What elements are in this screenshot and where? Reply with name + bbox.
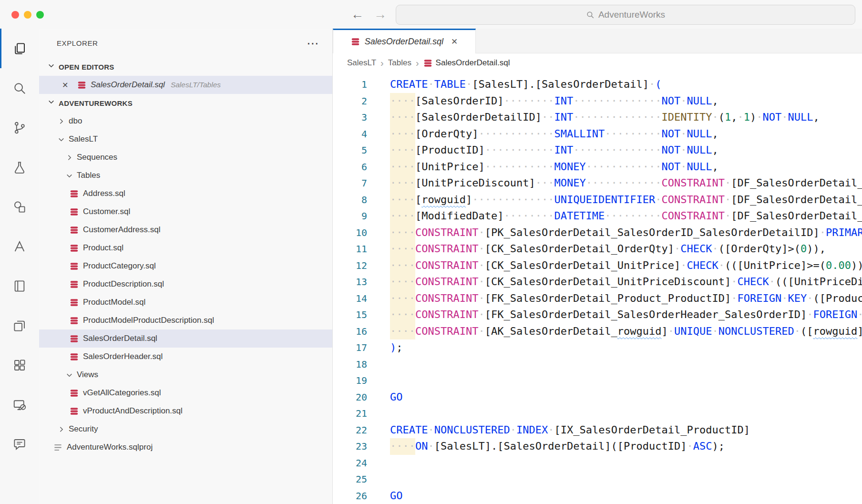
- tree-item-vproductanddescription-sql[interactable]: vProductAndDescription.sql: [39, 402, 332, 420]
- activity-item-search[interactable]: [0, 68, 39, 108]
- zoom-window-button[interactable]: [36, 11, 44, 19]
- open-editor-salesorderdetail-sql[interactable]: ✕SalesOrderDetail.sqlSalesLT/Tables: [39, 76, 332, 94]
- tree-item-productdescription-sql[interactable]: ProductDescription.sql: [39, 275, 332, 293]
- activity-item-remote[interactable]: [0, 385, 39, 424]
- activity-item-objects[interactable]: [0, 187, 39, 226]
- breadcrumb-folder[interactable]: Tables: [388, 58, 411, 68]
- tree-item-sequences[interactable]: Sequences: [39, 148, 332, 166]
- line-number: 21: [333, 405, 367, 422]
- database-icon: [70, 334, 79, 343]
- tree-item-product-sql[interactable]: Product.sql: [39, 239, 332, 257]
- tree-item-salesorderdetail-sql[interactable]: SalesOrderDetail.sql: [39, 329, 332, 348]
- code-token: ·············: [472, 194, 554, 206]
- chevron-down-icon: [65, 172, 73, 180]
- code-token: ·: [781, 111, 788, 123]
- code-line[interactable]: 16····CONSTRAINT·[AK_SalesOrderDetail_ro…: [333, 323, 862, 340]
- code-token: [SalesOrderDetailID]: [415, 111, 542, 123]
- tree-item-address-sql[interactable]: Address.sql: [39, 185, 332, 203]
- code-line[interactable]: 24: [333, 455, 862, 472]
- traffic-lights: [11, 11, 44, 19]
- code-line[interactable]: 4····[OrderQty]············SMALLINT·····…: [333, 126, 862, 143]
- tab-salesorderdetail-sql[interactable]: SalesOrderDetail.sql ✕: [333, 29, 476, 53]
- tree-item-label: vProductAndDescription.sql: [83, 406, 183, 416]
- code-token: ··············: [573, 144, 661, 156]
- section-adventureworks[interactable]: ADVENTUREWORKS: [39, 94, 332, 112]
- line-number: 10: [333, 225, 367, 241]
- activity-item-extensions[interactable]: [0, 345, 39, 385]
- code-line[interactable]: 3····[SalesOrderDetailID]··INT··········…: [333, 109, 862, 126]
- activity-item-notebooks[interactable]: [0, 266, 39, 306]
- device-icon: [12, 398, 27, 412]
- activity-item-explorer[interactable]: [0, 29, 39, 68]
- tree-item-label: Sequences: [77, 153, 117, 162]
- code-line[interactable]: 6····[UnitPrice]···········MONEY········…: [333, 159, 862, 175]
- code-line[interactable]: 20GO: [333, 389, 862, 406]
- tree-item-tables[interactable]: Tables: [39, 166, 332, 185]
- code-line[interactable]: 19: [333, 372, 862, 389]
- titlebar-search[interactable]: AdventureWorks: [396, 5, 855, 25]
- code-token: CONSTRAINT: [662, 210, 725, 222]
- code-line-content: GO: [367, 389, 862, 406]
- more-actions-icon[interactable]: ⋯: [307, 37, 319, 50]
- tree-item-vgetallcategories-sql[interactable]: vGetAllCategories.sql: [39, 384, 332, 402]
- tree-item-productcategory-sql[interactable]: ProductCategory.sql: [39, 257, 332, 275]
- code-token: CREATE: [390, 424, 428, 436]
- close-tab-icon[interactable]: ✕: [451, 37, 458, 47]
- code-editor[interactable]: 1CREATE·TABLE·[SalesLT].[SalesOrderDetai…: [333, 72, 862, 504]
- code-token: INT: [554, 144, 573, 156]
- code-line[interactable]: 2····[SalesOrderID]········INT··········…: [333, 93, 862, 110]
- tree-item-security[interactable]: Security: [39, 420, 332, 438]
- activity-item-azure[interactable]: [0, 226, 39, 266]
- tree-item-dbo[interactable]: dbo: [39, 112, 332, 130]
- tree-item-salesorderheader-sql[interactable]: SalesOrderHeader.sql: [39, 348, 332, 366]
- code-line[interactable]: 18: [333, 356, 862, 373]
- code-line[interactable]: 21: [333, 405, 862, 422]
- activity-item-windows[interactable]: [0, 306, 39, 345]
- activity-item-source-control[interactable]: [0, 108, 39, 147]
- tree-item-productmodel-sql[interactable]: ProductModel.sql: [39, 293, 332, 311]
- code-line[interactable]: 1CREATE·TABLE·[SalesLT].[SalesOrderDetai…: [333, 76, 862, 93]
- tree-item-productmodelproductdescription-sql[interactable]: ProductModelProductDescription.sql: [39, 311, 332, 329]
- tree-item-customer-sql[interactable]: Customer.sql: [39, 203, 332, 221]
- activity-item-testing[interactable]: [0, 147, 39, 187]
- code-line-content: [367, 405, 862, 422]
- close-icon[interactable]: ✕: [62, 81, 71, 90]
- code-line[interactable]: 22CREATE·NONCLUSTERED·INDEX·[IX_SalesOrd…: [333, 422, 862, 439]
- code-line[interactable]: 23····ON·[SalesLT].[SalesOrderDetail]([P…: [333, 438, 862, 455]
- line-number: 12: [333, 257, 367, 274]
- tree-item-views[interactable]: Views: [39, 366, 332, 384]
- code-line[interactable]: 25: [333, 471, 862, 488]
- code-token: ····: [390, 128, 415, 140]
- code-line[interactable]: 11····CONSTRAINT·[CK_SalesOrderDetail_Or…: [333, 241, 862, 257]
- code-line[interactable]: 8····[rowguid]·············UNIQUEIDENTIF…: [333, 192, 862, 208]
- section-open-editors[interactable]: OPEN EDITORS: [39, 58, 332, 76]
- code-line[interactable]: 26GO: [333, 488, 862, 504]
- code-token: ····: [390, 325, 415, 337]
- forward-arrow-button[interactable]: →: [374, 0, 387, 29]
- code-line[interactable]: 10····CONSTRAINT·[PK_SalesOrderDetail_Sa…: [333, 225, 862, 241]
- code-line[interactable]: 5····[ProductID]···········INT··········…: [333, 142, 862, 159]
- code-token: ,: [712, 144, 718, 156]
- close-window-button[interactable]: [11, 11, 19, 19]
- code-line[interactable]: 9····[ModifiedDate]········DATETIME·····…: [333, 208, 862, 225]
- code-line[interactable]: 17);: [333, 339, 862, 356]
- tree-item-saleslt[interactable]: SalesLT: [39, 130, 332, 148]
- code-token: GO: [390, 391, 403, 403]
- code-token: [CK_SalesOrderDetail_UnitPrice]: [485, 259, 681, 271]
- code-line[interactable]: 12····CONSTRAINT·[CK_SalesOrderDetail_Un…: [333, 257, 862, 274]
- tree-item-adventureworks-sqlproj[interactable]: AdventureWorks.sqlproj: [39, 438, 332, 456]
- tree-item-customeraddress-sql[interactable]: CustomerAddress.sql: [39, 221, 332, 239]
- code-line[interactable]: 15····CONSTRAINT·[FK_SalesOrderDetail_Sa…: [333, 307, 862, 323]
- code-token: [UnitPrice]: [415, 161, 485, 173]
- database-icon: [70, 226, 79, 235]
- activity-item-feedback[interactable]: [0, 424, 39, 464]
- code-line[interactable]: 14····CONSTRAINT·[FK_SalesOrderDetail_Pr…: [333, 290, 862, 307]
- back-arrow-button[interactable]: ←: [351, 0, 364, 29]
- breadcrumb-schema[interactable]: SalesLT: [347, 58, 376, 68]
- minimize-window-button[interactable]: [24, 11, 31, 19]
- code-token: NULL: [687, 95, 712, 107]
- titlebar-search-value: AdventureWorks: [598, 10, 665, 20]
- code-line[interactable]: 7····[UnitPriceDiscount]···MONEY········…: [333, 175, 862, 192]
- code-line[interactable]: 13····CONSTRAINT·[CK_SalesOrderDetail_Un…: [333, 274, 862, 290]
- breadcrumb-file[interactable]: SalesOrderDetail.sql: [423, 58, 510, 68]
